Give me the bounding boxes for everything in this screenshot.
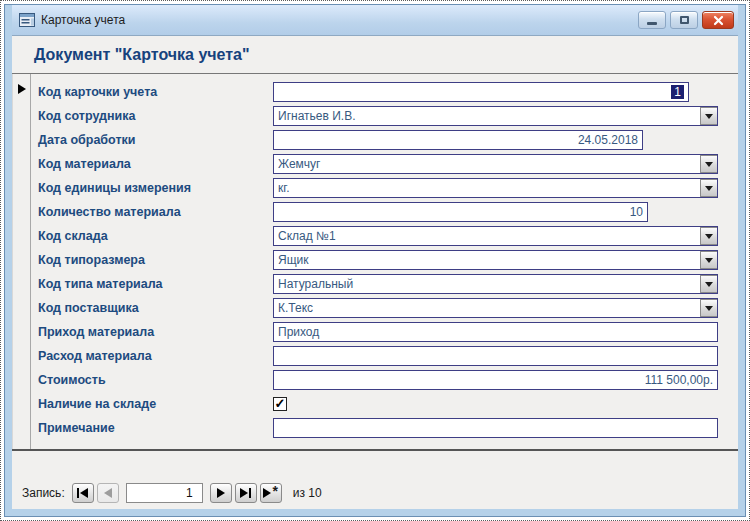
form-title: Документ "Карточка учета" [34,46,250,64]
field-label-size-type: Код типоразмера [38,253,273,267]
field-material-type[interactable]: Натуральный [273,274,718,294]
new-record-icon [263,488,271,498]
field-label-expense: Расход материала [38,349,273,363]
first-record-button[interactable] [72,483,94,503]
form-app-icon [19,13,35,27]
field-income[interactable]: Приход [273,322,718,342]
field-note[interactable] [273,418,718,438]
form-header: Документ "Карточка учета" [12,36,738,74]
dropdown-button-unit[interactable] [700,179,717,197]
field-label-record-id: Код карточки учета [38,85,273,99]
record-navigation-bar: Запись: 1 * из 10 [12,478,738,508]
field-label-material-type: Код типа материала [38,277,273,291]
field-value: Приход [274,325,717,339]
chevron-down-icon [705,114,713,119]
dropdown-button-size-type[interactable] [700,251,717,269]
field-label-income: Приход материала [38,325,273,339]
window-title: Карточка учета [41,13,638,27]
field-in-stock-checkbox[interactable]: ✓ [273,397,287,411]
field-row: Код единицы измерениякг. [38,178,738,198]
field-value: Ящик [274,253,700,267]
dropdown-button-supplier[interactable] [700,299,717,317]
chevron-down-icon [705,258,713,263]
field-cost[interactable]: 111 500,00р. [273,370,718,390]
field-size-type[interactable]: Ящик [273,250,718,270]
field-value: Жемчуг [274,157,700,171]
field-row: Наличие на складе✓ [38,394,738,414]
detail-section: Код карточки учета1Код сотрудникаИгнатье… [12,74,738,451]
previous-record-button[interactable] [97,483,119,503]
field-value: 10 [274,205,647,219]
field-value: Игнатьев И.В. [274,109,700,123]
chevron-down-icon [705,162,713,167]
field-unit[interactable]: кг. [273,178,718,198]
close-icon [713,15,724,26]
new-record-button[interactable]: * [260,483,282,503]
field-row: Расход материала [38,346,738,366]
record-count-label: из 10 [293,486,322,500]
field-label-supplier: Код поставщика [38,301,273,315]
field-label-process-date: Дата обработки [38,133,273,147]
field-value: 24.05.2018 [274,133,642,147]
field-row: Примечание [38,418,738,438]
field-row: Код карточки учета1 [38,82,738,102]
last-record-button[interactable] [235,483,257,503]
field-warehouse[interactable]: Склад №1 [273,226,718,246]
chevron-down-icon [705,186,713,191]
record-selector-bar[interactable] [12,74,31,449]
close-button[interactable] [702,11,734,29]
record-nav-label: Запись: [22,486,65,500]
minimize-icon [647,22,657,25]
field-row: Код сотрудникаИгнатьев И.В. [38,106,738,126]
chevron-down-icon [705,282,713,287]
field-label-cost: Стоимость [38,373,273,387]
dropdown-button-warehouse[interactable] [700,227,717,245]
field-row: Стоимость111 500,00р. [38,370,738,390]
maximize-button[interactable] [670,11,698,29]
dropdown-button-employee[interactable] [700,107,717,125]
field-value: 1 [274,85,688,99]
current-record-input[interactable]: 1 [126,483,203,503]
previous-record-icon [104,488,112,498]
field-row: Код поставщикаК.Текс [38,298,738,318]
field-row: Приход материалаПриход [38,322,738,342]
field-row: Количество материала10 [38,202,738,222]
next-record-button[interactable] [210,483,232,503]
form-footer-space [12,451,738,478]
field-label-in-stock: Наличие на складе [38,397,273,411]
field-value: Натуральный [274,277,700,291]
field-label-material: Код материала [38,157,273,171]
field-expense[interactable] [273,346,718,366]
chevron-down-icon [705,234,713,239]
current-record-arrow-icon [18,84,26,94]
field-row: Код типа материалаНатуральный [38,274,738,294]
field-quantity[interactable]: 10 [273,202,648,222]
field-supplier[interactable]: К.Текс [273,298,718,318]
field-label-warehouse: Код склада [38,229,273,243]
field-row: Код материалаЖемчуг [38,154,738,174]
field-label-note: Примечание [38,421,273,435]
fields-container: Код карточки учета1Код сотрудникаИгнатье… [31,74,738,449]
checkmark-icon: ✓ [275,398,286,410]
field-row: Дата обработки24.05.2018 [38,130,738,150]
field-label-unit: Код единицы измерения [38,181,273,195]
field-record-id[interactable]: 1 [273,82,689,102]
field-value: Склад №1 [274,229,700,243]
field-material[interactable]: Жемчуг [273,154,718,174]
first-record-icon [77,488,79,498]
dropdown-button-material[interactable] [700,155,717,173]
app-window: Карточка учета Документ "Карточка учета"… [4,4,746,517]
field-row: Код типоразмераЯщик [38,250,738,270]
field-value: К.Текс [274,301,700,315]
dropdown-button-material-type[interactable] [700,275,717,293]
titlebar[interactable]: Карточка учета [12,5,738,35]
field-employee[interactable]: Игнатьев И.В. [273,106,718,126]
selected-text: 1 [671,85,684,99]
chevron-down-icon [705,306,713,311]
form-client-area: Документ "Карточка учета" Код карточки у… [12,35,738,509]
minimize-button[interactable] [638,11,666,29]
window-controls [638,11,734,29]
field-row: Код складаСклад №1 [38,226,738,246]
field-process-date[interactable]: 24.05.2018 [273,130,643,150]
field-label-employee: Код сотрудника [38,109,273,123]
